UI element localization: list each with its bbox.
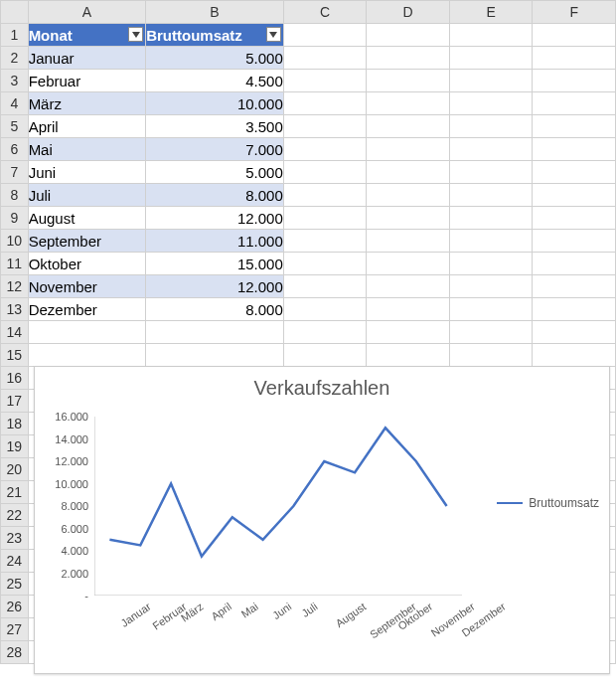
row-header-7[interactable]: 7 [1, 161, 29, 184]
cell-F11[interactable] [533, 253, 616, 275]
row-header-15[interactable]: 15 [1, 344, 29, 367]
row-header-16[interactable]: 16 [1, 367, 29, 390]
row-header-19[interactable]: 19 [1, 435, 29, 458]
cell-F5[interactable] [533, 115, 616, 138]
cell-E11[interactable] [449, 253, 533, 275]
cell-C9[interactable] [283, 207, 367, 230]
row-header-12[interactable]: 12 [1, 275, 29, 298]
cell-A15[interactable] [28, 344, 146, 367]
cell-F2[interactable] [533, 47, 616, 70]
cell-F4[interactable] [533, 92, 616, 115]
column-header-D[interactable]: D [367, 1, 450, 24]
cell-E4[interactable] [449, 92, 533, 115]
cell-E13[interactable] [449, 298, 533, 321]
column-header-F[interactable]: F [533, 1, 616, 24]
row-header-28[interactable]: 28 [1, 641, 29, 664]
cell-A5[interactable]: April [28, 115, 146, 138]
cell-F8[interactable] [533, 184, 616, 207]
cell-B13[interactable]: 8.000 [146, 298, 284, 321]
cell-F13[interactable] [533, 298, 616, 321]
cell-B12[interactable]: 12.000 [146, 275, 284, 298]
row-header-6[interactable]: 6 [1, 138, 29, 161]
cell-C7[interactable] [283, 161, 367, 184]
column-header-A[interactable]: A [28, 1, 146, 24]
cell-B6[interactable]: 7.000 [146, 138, 284, 161]
cell-A14[interactable] [28, 321, 146, 344]
cell-F10[interactable] [533, 230, 616, 253]
row-header-23[interactable]: 23 [1, 527, 29, 550]
row-header-18[interactable]: 18 [1, 413, 29, 435]
cell-A2[interactable]: Januar [28, 47, 146, 70]
cell-D1[interactable] [367, 24, 450, 47]
embedded-chart[interactable]: Verkaufszahlen 16.00014.00012.00010.0008… [34, 366, 610, 664]
row-header-20[interactable]: 20 [1, 458, 29, 481]
cell-B5[interactable]: 3.500 [146, 115, 284, 138]
cell-D3[interactable] [367, 70, 450, 92]
cell-D8[interactable] [367, 184, 450, 207]
cell-D7[interactable] [367, 161, 450, 184]
select-all-corner[interactable] [1, 1, 29, 24]
cell-A11[interactable]: Oktober [28, 253, 146, 275]
cell-D10[interactable] [367, 230, 450, 253]
cell-C5[interactable] [283, 115, 367, 138]
row-header-3[interactable]: 3 [1, 70, 29, 92]
cell-A3[interactable]: Februar [28, 70, 146, 92]
cell-E12[interactable] [449, 275, 533, 298]
cell-A13[interactable]: Dezember [28, 298, 146, 321]
row-header-25[interactable]: 25 [1, 573, 29, 596]
cell-B1[interactable]: Bruttoumsatz [146, 24, 284, 47]
row-header-26[interactable]: 26 [1, 596, 29, 618]
row-header-1[interactable]: 1 [1, 24, 29, 47]
cell-E1[interactable] [449, 24, 533, 47]
cell-F3[interactable] [533, 70, 616, 92]
cell-F1[interactable] [533, 24, 616, 47]
cell-B14[interactable] [146, 321, 284, 344]
cell-C15[interactable] [283, 344, 367, 367]
row-header-2[interactable]: 2 [1, 47, 29, 70]
cell-E10[interactable] [449, 230, 533, 253]
cell-D4[interactable] [367, 92, 450, 115]
cell-D14[interactable] [367, 321, 450, 344]
row-header-27[interactable]: 27 [1, 618, 29, 641]
row-header-21[interactable]: 21 [1, 481, 29, 504]
cell-D5[interactable] [367, 115, 450, 138]
row-header-17[interactable]: 17 [1, 390, 29, 413]
cell-D6[interactable] [367, 138, 450, 161]
cell-A9[interactable]: August [28, 207, 146, 230]
cell-C11[interactable] [283, 253, 367, 275]
cell-A12[interactable]: November [28, 275, 146, 298]
cell-E3[interactable] [449, 70, 533, 92]
cell-C14[interactable] [283, 321, 367, 344]
cell-D13[interactable] [367, 298, 450, 321]
row-header-22[interactable]: 22 [1, 504, 29, 527]
cell-D9[interactable] [367, 207, 450, 230]
cell-B3[interactable]: 4.500 [146, 70, 284, 92]
row-header-24[interactable]: 24 [1, 550, 29, 573]
cell-F9[interactable] [533, 207, 616, 230]
cell-D2[interactable] [367, 47, 450, 70]
cell-A4[interactable]: März [28, 92, 146, 115]
cell-B2[interactable]: 5.000 [146, 47, 284, 70]
row-header-10[interactable]: 10 [1, 230, 29, 253]
cell-B9[interactable]: 12.000 [146, 207, 284, 230]
cell-C3[interactable] [283, 70, 367, 92]
cell-D15[interactable] [367, 344, 450, 367]
cell-E15[interactable] [449, 344, 533, 367]
cell-B10[interactable]: 11.000 [146, 230, 284, 253]
cell-B7[interactable]: 5.000 [146, 161, 284, 184]
cell-F6[interactable] [533, 138, 616, 161]
cell-B8[interactable]: 8.000 [146, 184, 284, 207]
column-header-B[interactable]: B [146, 1, 284, 24]
cell-C2[interactable] [283, 47, 367, 70]
row-header-5[interactable]: 5 [1, 115, 29, 138]
cell-C6[interactable] [283, 138, 367, 161]
row-header-4[interactable]: 4 [1, 92, 29, 115]
cell-F7[interactable] [533, 161, 616, 184]
cell-C1[interactable] [283, 24, 367, 47]
cell-C12[interactable] [283, 275, 367, 298]
row-header-11[interactable]: 11 [1, 253, 29, 275]
cell-E5[interactable] [449, 115, 533, 138]
cell-A7[interactable]: Juni [28, 161, 146, 184]
cell-E8[interactable] [449, 184, 533, 207]
column-header-C[interactable]: C [283, 1, 367, 24]
